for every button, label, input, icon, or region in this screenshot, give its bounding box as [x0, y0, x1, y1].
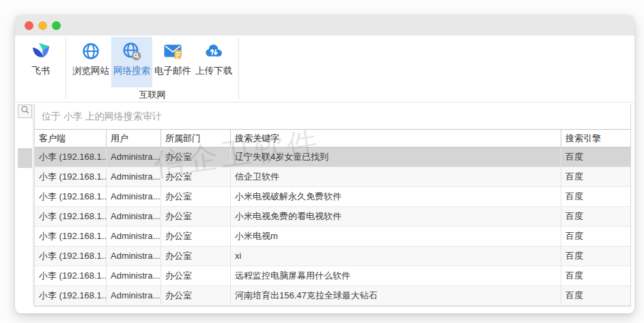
- toolbar-item-label: 网络搜索: [113, 65, 150, 77]
- cell-keyword: 小米电视m: [231, 227, 561, 246]
- cell-client: 小李 (192.168.1...: [35, 167, 107, 186]
- audit-panel: 位于 小李 上的网络搜索审计 客户端用户所属部门搜索关键字搜索引擎 小李 (19…: [34, 104, 631, 307]
- toolbar-item-label: 飞书: [32, 65, 51, 77]
- table-row[interactable]: 小李 (192.168.1... Administra... 办公室 河南培育出…: [35, 286, 630, 306]
- window-titlebar: [15, 15, 634, 36]
- panel-title: 位于 小李 上的网络搜索审计: [35, 104, 630, 129]
- cell-department: 办公室: [161, 247, 231, 266]
- toolbar-item-feishu[interactable]: 飞书: [20, 37, 61, 87]
- cell-client: 小李 (192.168.1...: [35, 227, 107, 246]
- table-header-row: 客户端用户所属部门搜索关键字搜索引擎: [35, 129, 630, 148]
- cell-engine: 百度: [561, 247, 630, 266]
- cell-department: 办公室: [161, 167, 231, 186]
- cell-engine: 百度: [561, 148, 630, 167]
- globe-icon: [81, 41, 101, 61]
- toolbar-item-upload-download[interactable]: 上传下载: [193, 37, 234, 87]
- cell-keyword: 远程监控电脑屏幕用什么软件: [231, 266, 561, 285]
- row-gutter-rail: [18, 104, 33, 305]
- selected-row-indicator: [18, 148, 32, 168]
- cell-user: Administra...: [107, 148, 161, 167]
- toolbar-item-label: 电子邮件: [154, 65, 191, 77]
- cell-keyword: 辽宁失联4岁女童已找到: [231, 148, 561, 167]
- toolbar-item-label: 浏览网站: [72, 65, 109, 77]
- cell-engine: 百度: [561, 286, 630, 305]
- cell-keyword: 小米电视破解永久免费软件: [231, 187, 561, 206]
- app-window: 飞书 浏览网站: [15, 15, 634, 313]
- cell-user: Administra...: [107, 247, 161, 266]
- toolbar: 飞书 浏览网站: [15, 36, 634, 102]
- table-row[interactable]: 小李 (192.168.1... Administra... 办公室 小米电视m…: [35, 227, 630, 247]
- cell-engine: 百度: [561, 266, 630, 285]
- column-header[interactable]: 搜索关键字: [231, 130, 561, 147]
- column-header[interactable]: 用户: [107, 130, 161, 147]
- toolbar-item-browse-websites[interactable]: 浏览网站: [70, 37, 111, 87]
- cell-department: 办公室: [161, 266, 231, 285]
- cell-client: 小李 (192.168.1...: [35, 148, 107, 167]
- toolbar-divider: [238, 38, 239, 99]
- cell-user: Administra...: [107, 167, 161, 186]
- cell-keyword: 河南培育出156.47克拉全球最大钻石: [231, 286, 561, 305]
- column-header[interactable]: 所属部门: [161, 130, 231, 147]
- cell-user: Administra...: [107, 286, 161, 305]
- table-row[interactable]: 小李 (192.168.1... Administra... 办公室 远程监控电…: [35, 266, 630, 286]
- cell-engine: 百度: [561, 167, 630, 186]
- cell-department: 办公室: [161, 187, 231, 206]
- cell-client: 小李 (192.168.1...: [35, 286, 107, 305]
- search-icon: [20, 104, 31, 118]
- cell-engine: 百度: [561, 207, 630, 226]
- toolbar-group-internet: 浏览网站 网络搜索: [70, 36, 234, 102]
- table-row[interactable]: 小李 (192.168.1... Administra... 办公室 xi 百度: [35, 247, 630, 266]
- cell-keyword: xi: [231, 247, 561, 266]
- table-row[interactable]: 小李 (192.168.1... Administra... 办公室 信企卫软件…: [35, 167, 630, 187]
- cell-keyword: 信企卫软件: [231, 167, 561, 186]
- cell-engine: 百度: [561, 227, 630, 246]
- cell-department: 办公室: [161, 148, 231, 167]
- table-row[interactable]: 小李 (192.168.1... Administra... 办公室 小米电视破…: [35, 187, 630, 207]
- cell-department: 办公室: [161, 286, 231, 305]
- cloud-updown-icon: [204, 41, 224, 61]
- toolbar-item-label: 上传下载: [195, 65, 232, 77]
- toolbar-group-feishu: 飞书: [20, 36, 61, 102]
- cell-department: 办公室: [161, 207, 231, 226]
- toolbar-item-email[interactable]: 电子邮件: [152, 37, 193, 87]
- cell-user: Administra...: [107, 266, 161, 285]
- cell-user: Administra...: [107, 207, 161, 226]
- close-button[interactable]: [25, 21, 33, 30]
- table-row[interactable]: 小李 (192.168.1... Administra... 办公室 辽宁失联4…: [35, 148, 630, 167]
- search-button[interactable]: [18, 104, 32, 118]
- content-area: 信企卫软件 位于 小李 上的网络搜索审计 客户端用户所属部门搜索关键字搜索引擎 …: [15, 102, 634, 313]
- cell-client: 小李 (192.168.1...: [35, 207, 107, 226]
- zoom-button[interactable]: [52, 21, 61, 30]
- minimize-button[interactable]: [38, 21, 47, 30]
- email-icon: [163, 41, 183, 61]
- cell-engine: 百度: [561, 187, 630, 206]
- globe-search-icon: [122, 41, 142, 61]
- cell-user: Administra...: [107, 227, 161, 246]
- column-header[interactable]: 搜索引擎: [561, 130, 630, 147]
- column-header[interactable]: 客户端: [35, 130, 107, 147]
- cell-client: 小李 (192.168.1...: [35, 266, 107, 285]
- table-row[interactable]: 小李 (192.168.1... Administra... 办公室 小米电视免…: [35, 207, 630, 227]
- toolbar-group-label-spacer: [20, 89, 61, 100]
- feishu-icon: [31, 41, 51, 61]
- cell-client: 小李 (192.168.1...: [35, 247, 107, 266]
- cell-keyword: 小米电视免费的看电视软件: [231, 207, 561, 226]
- cell-user: Administra...: [107, 187, 161, 206]
- cell-department: 办公室: [161, 227, 231, 246]
- toolbar-divider: [66, 38, 66, 99]
- cell-client: 小李 (192.168.1...: [35, 187, 107, 206]
- toolbar-group-label: 互联网: [70, 89, 234, 100]
- toolbar-item-web-search[interactable]: 网络搜索: [111, 37, 152, 87]
- table-body: 小李 (192.168.1... Administra... 办公室 辽宁失联4…: [35, 148, 630, 306]
